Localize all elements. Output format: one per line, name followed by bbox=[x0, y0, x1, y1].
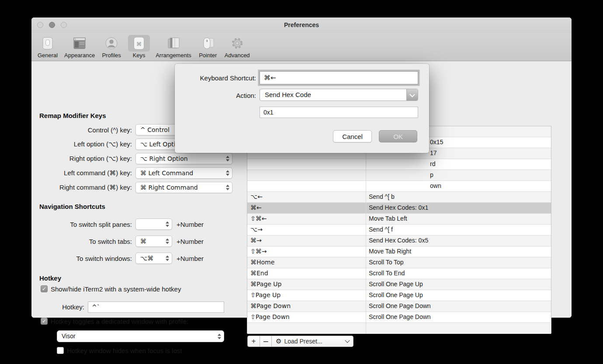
action-fragment: rd bbox=[369, 159, 435, 169]
keyboard-shortcut-input[interactable]: ⌘← bbox=[260, 71, 418, 84]
action-dropdown[interactable]: Send Hex Code bbox=[260, 89, 418, 101]
modifier-popup[interactable]: ⌘ Left Command bbox=[135, 167, 232, 179]
action-cell: Scroll One Page Down bbox=[366, 301, 551, 312]
action-cell: Move Tab Right bbox=[366, 246, 551, 257]
action-cell: Move Tab Left bbox=[366, 214, 551, 224]
action-cell: own bbox=[366, 181, 551, 191]
dropdown-arrow-button[interactable] bbox=[406, 89, 418, 101]
ok-button[interactable]: OK bbox=[379, 130, 417, 142]
hotkey-field-label: Hotkey: bbox=[39, 303, 88, 311]
popup-value: ⌘ Right Command bbox=[140, 184, 198, 191]
shortcut-cell bbox=[247, 323, 366, 334]
table-row[interactable]: ⌥→Send ^[ f bbox=[247, 225, 551, 236]
navigation-row: To switch split panes:+Number bbox=[39, 218, 241, 230]
table-row[interactable]: ⌘HomeScroll To Top bbox=[247, 257, 551, 268]
modifier-popup[interactable]: ⌘ Right Command bbox=[135, 182, 232, 193]
shortcut-cell: ⌘Home bbox=[247, 257, 366, 268]
navigation-label: To switch split panes: bbox=[39, 221, 135, 228]
toolbar-item-advanced[interactable]: Advanced bbox=[225, 35, 250, 59]
toolbar-item-arrangements[interactable]: Arrangements bbox=[156, 35, 191, 59]
stepper-icon bbox=[226, 185, 230, 191]
chevron-down-icon bbox=[345, 338, 350, 343]
modifier-row: Right option (⌥) key:⌥ Right Option bbox=[39, 153, 241, 164]
action-cell: Send Hex Codes: 0x1 bbox=[366, 203, 551, 213]
shortcut-cell: ⇧Page Down bbox=[247, 312, 366, 322]
profiles-icon bbox=[100, 35, 122, 52]
action-fragment: own bbox=[369, 181, 441, 191]
shortcut-cell: ⌘Page Down bbox=[247, 301, 366, 312]
appearance-icon bbox=[69, 35, 90, 52]
svg-text:⌘: ⌘ bbox=[136, 41, 142, 47]
stepper-icon bbox=[166, 239, 170, 244]
navigation-heading: Navigation Shortcuts bbox=[39, 203, 241, 211]
popup-value: ⌘ bbox=[140, 238, 146, 245]
navigation-row: To switch tabs:⌘+Number bbox=[39, 236, 241, 247]
table-row[interactable]: ⌘EndScroll To End bbox=[247, 268, 551, 279]
stepper-icon bbox=[166, 222, 170, 227]
load-preset-button[interactable]: ⚙ Load Preset... bbox=[272, 336, 353, 347]
shortcut-cell: ⌘Page Up bbox=[247, 279, 366, 290]
action-cell: Scroll One Page Up bbox=[366, 290, 551, 301]
table-row[interactable]: p bbox=[247, 170, 551, 181]
table-row[interactable]: ⌘Page UpScroll One Page Up bbox=[247, 279, 551, 290]
hotkey-input[interactable]: ^` bbox=[88, 302, 224, 313]
key-mappings-table: 0x1517rdpown⌥←Send ^[ b⌘←Send Hex Codes:… bbox=[247, 126, 551, 333]
action-cell: Scroll To Top bbox=[366, 257, 551, 268]
toolbar-item-pointer[interactable]: Pointer bbox=[197, 35, 219, 59]
shortcut-cell bbox=[247, 181, 366, 191]
toolbar-item-keys[interactable]: ⌘Keys bbox=[128, 35, 150, 59]
plus-number-label: +Number bbox=[177, 238, 204, 245]
action-fragment: p bbox=[369, 170, 433, 180]
navigation-popup[interactable]: ⌘ bbox=[135, 236, 172, 247]
show-hide-hotkey-checkbox[interactable]: ✓ bbox=[41, 285, 48, 292]
hides-on-blur-label: Hotkey window hides when focus is lost bbox=[67, 347, 182, 354]
add-mapping-button[interactable]: + bbox=[248, 336, 260, 347]
toolbar-item-profiles[interactable]: Profiles bbox=[100, 35, 122, 59]
table-row[interactable]: ⇧⌘←Move Tab Left bbox=[247, 214, 551, 225]
cancel-button[interactable]: Cancel bbox=[333, 130, 372, 142]
profile-popup[interactable]: Visor bbox=[57, 330, 224, 342]
navigation-popup[interactable]: ⌥⌘ bbox=[135, 253, 172, 264]
shortcut-cell: ⌘← bbox=[247, 203, 366, 213]
modifier-row: Left command (⌘) key:⌘ Left Command bbox=[39, 167, 241, 179]
shortcut-cell: ⌘End bbox=[247, 268, 366, 279]
toolbar-item-label: Pointer bbox=[199, 52, 217, 59]
table-row[interactable]: ⌘←Send Hex Codes: 0x1 bbox=[247, 203, 551, 214]
table-row[interactable]: ⇧⌘→Move Tab Right bbox=[247, 246, 551, 257]
hides-on-blur-checkbox[interactable] bbox=[57, 347, 64, 354]
modifier-label: Control (^) key: bbox=[39, 126, 135, 134]
table-row[interactable]: ⇧Page UpScroll One Page Up bbox=[247, 290, 551, 301]
keys-icon: ⌘ bbox=[128, 35, 150, 52]
table-row[interactable]: ⌥←Send ^[ b bbox=[247, 192, 551, 203]
action-cell bbox=[366, 323, 551, 334]
table-row[interactable] bbox=[247, 323, 551, 334]
popup-value: ⌥ Right Option bbox=[140, 155, 188, 162]
general-icon bbox=[37, 35, 59, 52]
table-row[interactable]: ⌘Page DownScroll One Page Down bbox=[247, 301, 551, 312]
stepper-icon bbox=[218, 333, 222, 339]
navigation-popup[interactable] bbox=[135, 218, 172, 230]
action-cell: Scroll One Page Down bbox=[366, 312, 551, 322]
toolbar-item-general[interactable]: General bbox=[37, 35, 59, 59]
dedicated-window-checkbox[interactable]: ✓ bbox=[41, 318, 48, 325]
shortcut-cell: ⇧⌘→ bbox=[247, 246, 366, 257]
hides-on-blur-row: Hotkey window hides when focus is lost bbox=[57, 347, 241, 354]
popup-value: ⌥⌘ bbox=[140, 255, 153, 262]
stepper-icon bbox=[166, 256, 170, 261]
stepper-icon bbox=[226, 170, 230, 176]
table-row[interactable]: own bbox=[247, 181, 551, 192]
advanced-icon bbox=[226, 35, 248, 52]
remove-mapping-button[interactable]: − bbox=[260, 336, 272, 347]
toolbar-item-appearance[interactable]: Appearance bbox=[64, 35, 95, 59]
hex-code-input[interactable]: 0x1 bbox=[260, 107, 418, 118]
table-row[interactable]: rd bbox=[247, 159, 551, 170]
action-cell: Send ^[ b bbox=[366, 192, 551, 202]
pointer-icon bbox=[197, 35, 219, 52]
modifier-popup[interactable]: ⌥ Right Option bbox=[135, 153, 232, 164]
chevron-down-icon bbox=[409, 92, 415, 97]
shortcut-cell: ⌥← bbox=[247, 192, 366, 202]
arrangements-icon bbox=[163, 35, 184, 52]
table-row[interactable]: ⌘→Send Hex Codes: 0x5 bbox=[247, 236, 551, 246]
table-row[interactable]: ⇧Page DownScroll One Page Down bbox=[247, 312, 551, 323]
navigation-rows: To switch split panes:+NumberTo switch t… bbox=[39, 218, 241, 264]
